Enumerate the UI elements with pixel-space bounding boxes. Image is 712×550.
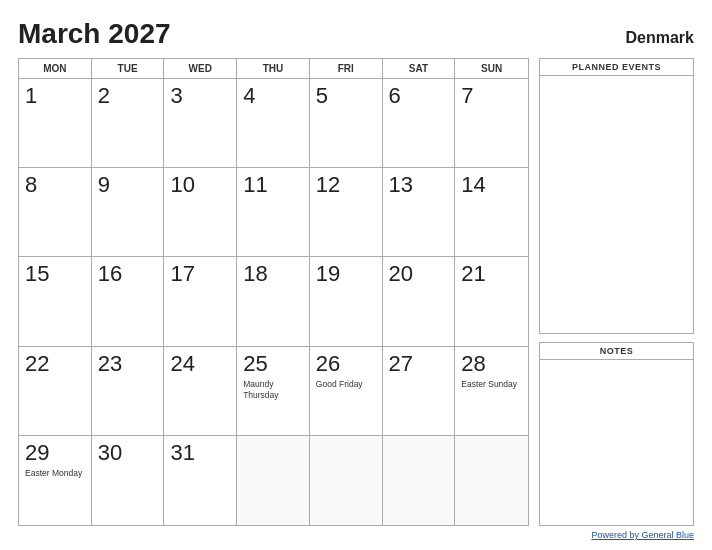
day-number: 15 (25, 261, 85, 287)
day-cell: 27 (383, 347, 456, 436)
day-cell: 13 (383, 168, 456, 257)
day-number: 17 (170, 261, 230, 287)
day-number: 3 (170, 83, 230, 109)
day-number: 13 (389, 172, 449, 198)
day-cell (383, 436, 456, 525)
calendar-section: MONTUEWEDTHUFRISATSUN 123456789101112131… (18, 58, 529, 526)
day-number: 24 (170, 351, 230, 377)
calendar-grid: 1234567891011121314151617181920212223242… (19, 79, 528, 525)
notes-content (540, 360, 693, 525)
event-label: Easter Sunday (461, 379, 522, 390)
day-number: 11 (243, 172, 303, 198)
notes-box: NOTES (539, 342, 694, 526)
day-cell: 3 (164, 79, 237, 168)
day-cell: 9 (92, 168, 165, 257)
day-cell: 4 (237, 79, 310, 168)
notes-title: NOTES (540, 343, 693, 360)
day-cell: 21 (455, 257, 528, 346)
day-cell: 18 (237, 257, 310, 346)
day-cell: 16 (92, 257, 165, 346)
day-cell: 8 (19, 168, 92, 257)
day-header: MON (19, 59, 92, 78)
day-cell: 31 (164, 436, 237, 525)
day-cell: 14 (455, 168, 528, 257)
day-cell: 23 (92, 347, 165, 436)
month-title: March 2027 (18, 18, 171, 50)
day-cell: 1 (19, 79, 92, 168)
day-cell: 11 (237, 168, 310, 257)
day-number: 7 (461, 83, 522, 109)
event-label: Easter Monday (25, 468, 85, 479)
country-title: Denmark (626, 29, 694, 47)
day-number: 1 (25, 83, 85, 109)
day-number: 12 (316, 172, 376, 198)
day-number: 9 (98, 172, 158, 198)
main-area: MONTUEWEDTHUFRISATSUN 123456789101112131… (18, 58, 694, 526)
day-cell: 2 (92, 79, 165, 168)
day-number: 6 (389, 83, 449, 109)
day-cell: 7 (455, 79, 528, 168)
day-cell (237, 436, 310, 525)
sidebar: PLANNED EVENTS NOTES (539, 58, 694, 526)
day-cell: 30 (92, 436, 165, 525)
planned-events-content (540, 76, 693, 333)
day-header: TUE (92, 59, 165, 78)
day-number: 22 (25, 351, 85, 377)
footer: Powered by General Blue (18, 530, 694, 540)
day-cell: 17 (164, 257, 237, 346)
day-number: 29 (25, 440, 85, 466)
event-label: Good Friday (316, 379, 376, 390)
planned-events-box: PLANNED EVENTS (539, 58, 694, 334)
day-number: 10 (170, 172, 230, 198)
page: March 2027 Denmark MONTUEWEDTHUFRISATSUN… (0, 0, 712, 550)
day-number: 8 (25, 172, 85, 198)
day-cell (455, 436, 528, 525)
day-cell: 12 (310, 168, 383, 257)
day-number: 4 (243, 83, 303, 109)
day-header: WED (164, 59, 237, 78)
day-header: THU (237, 59, 310, 78)
day-number: 20 (389, 261, 449, 287)
day-number: 25 (243, 351, 303, 377)
day-number: 5 (316, 83, 376, 109)
day-cell: 24 (164, 347, 237, 436)
day-number: 26 (316, 351, 376, 377)
day-cell: 15 (19, 257, 92, 346)
day-header: FRI (310, 59, 383, 78)
day-cell: 6 (383, 79, 456, 168)
planned-events-title: PLANNED EVENTS (540, 59, 693, 76)
day-number: 21 (461, 261, 522, 287)
header: March 2027 Denmark (18, 18, 694, 50)
day-number: 28 (461, 351, 522, 377)
day-cell: 28Easter Sunday (455, 347, 528, 436)
day-cell: 25Maundy Thursday (237, 347, 310, 436)
event-label: Maundy Thursday (243, 379, 303, 401)
day-number: 30 (98, 440, 158, 466)
day-header: SAT (383, 59, 456, 78)
powered-by-link[interactable]: Powered by General Blue (591, 530, 694, 540)
day-number: 31 (170, 440, 230, 466)
day-number: 14 (461, 172, 522, 198)
day-cell: 20 (383, 257, 456, 346)
day-number: 2 (98, 83, 158, 109)
day-cell: 5 (310, 79, 383, 168)
day-cell: 22 (19, 347, 92, 436)
day-number: 16 (98, 261, 158, 287)
day-cell: 26Good Friday (310, 347, 383, 436)
day-cell (310, 436, 383, 525)
day-number: 19 (316, 261, 376, 287)
day-header: SUN (455, 59, 528, 78)
day-headers: MONTUEWEDTHUFRISATSUN (19, 59, 528, 79)
day-number: 27 (389, 351, 449, 377)
day-cell: 29Easter Monday (19, 436, 92, 525)
day-number: 18 (243, 261, 303, 287)
day-cell: 10 (164, 168, 237, 257)
day-cell: 19 (310, 257, 383, 346)
day-number: 23 (98, 351, 158, 377)
